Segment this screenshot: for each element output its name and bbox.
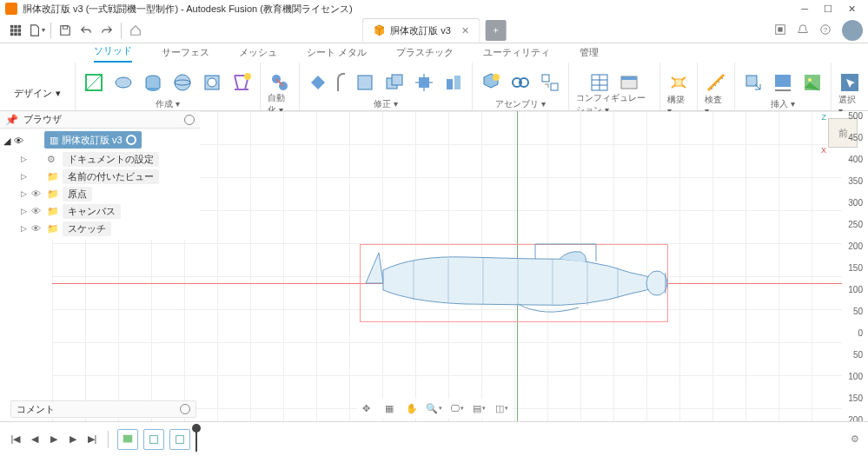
grid-settings-icon[interactable]: ▤ bbox=[472, 400, 487, 416]
notifications-icon[interactable] bbox=[797, 23, 809, 37]
activate-radio[interactable] bbox=[126, 135, 136, 145]
expand-icon[interactable]: ▷ bbox=[19, 172, 28, 181]
config-theme-icon[interactable] bbox=[618, 71, 640, 94]
minimize-button[interactable]: ─ bbox=[801, 3, 808, 15]
close-button[interactable]: ✕ bbox=[848, 3, 856, 15]
redo-icon[interactable] bbox=[96, 20, 117, 41]
component-icon[interactable] bbox=[480, 71, 502, 94]
display-icon[interactable]: 🖵 bbox=[449, 400, 465, 416]
revolve-icon[interactable] bbox=[171, 71, 194, 94]
help-icon[interactable]: ? bbox=[819, 23, 832, 37]
tree-item[interactable]: ▷👁📁キャンバス bbox=[0, 202, 200, 220]
pan-icon[interactable]: ✋ bbox=[404, 400, 420, 416]
group-label-modify[interactable]: 修正 ▾ bbox=[374, 98, 398, 110]
ribbon-tab-sheetmetal[interactable]: シート メタル bbox=[307, 46, 367, 63]
svg-rect-0 bbox=[10, 24, 14, 28]
timeline-playhead[interactable] bbox=[195, 427, 197, 452]
ribbon-tab-solid[interactable]: ソリッド bbox=[94, 44, 132, 63]
insert-derive-icon[interactable] bbox=[742, 71, 765, 94]
save-icon[interactable] bbox=[55, 20, 76, 41]
visibility-icon[interactable]: 👁 bbox=[31, 223, 43, 234]
select-icon[interactable] bbox=[838, 71, 861, 94]
tree-collapse-icon[interactable]: ◢ bbox=[3, 135, 10, 147]
group-label-assembly[interactable]: アセンブリ ▾ bbox=[495, 98, 546, 110]
comments-bar[interactable]: コメント bbox=[10, 400, 196, 418]
new-tab-button[interactable]: ＋ bbox=[486, 20, 507, 41]
loft-icon[interactable] bbox=[230, 71, 253, 94]
lookAt-icon[interactable]: ▦ bbox=[381, 400, 397, 416]
ribbon-tab-mesh[interactable]: メッシュ bbox=[239, 46, 277, 63]
comment-options-icon[interactable] bbox=[180, 404, 190, 414]
timeline-feature-1[interactable] bbox=[117, 429, 138, 450]
timeline-prev-icon[interactable]: ◀ bbox=[28, 433, 42, 446]
tab-close-icon[interactable]: ✕ bbox=[461, 25, 469, 36]
svg-rect-8 bbox=[18, 32, 22, 36]
maximize-button[interactable]: ☐ bbox=[824, 3, 832, 15]
viewport-layout-icon[interactable]: ◫ bbox=[494, 400, 510, 416]
timeline-start-icon[interactable]: |◀ bbox=[9, 433, 23, 446]
pin-icon[interactable]: 📌 bbox=[5, 114, 18, 126]
file-menu-icon[interactable]: ▾ bbox=[26, 20, 47, 41]
timeline-feature-3[interactable] bbox=[169, 429, 190, 450]
tree-item[interactable]: ▷📁名前の付いたビュー bbox=[0, 168, 200, 185]
aircraft-sketch bbox=[361, 240, 670, 327]
timeline-settings-icon[interactable]: ⚙ bbox=[851, 433, 859, 445]
tree-item[interactable]: ▷👁📁スケッチ bbox=[0, 220, 200, 237]
config-table-icon[interactable] bbox=[588, 71, 611, 94]
presspull-icon[interactable] bbox=[307, 71, 329, 94]
design-workspace-button[interactable]: デザイン ▾ bbox=[7, 66, 68, 100]
measure-icon[interactable] bbox=[705, 71, 727, 94]
zoom-icon[interactable]: 🔍 bbox=[427, 400, 442, 416]
timeline-next-icon[interactable]: ▶ bbox=[66, 433, 80, 446]
fillet-icon[interactable] bbox=[336, 71, 347, 94]
visibility-icon[interactable]: 👁 bbox=[14, 135, 23, 146]
user-avatar[interactable] bbox=[842, 20, 863, 41]
apps-grid-icon[interactable] bbox=[5, 20, 26, 41]
sketch-icon[interactable] bbox=[83, 71, 105, 94]
ribbon-tab-surface[interactable]: サーフェス bbox=[162, 46, 209, 63]
group-label-insert[interactable]: 挿入 ▾ bbox=[771, 98, 795, 110]
construct-plane-icon[interactable] bbox=[667, 71, 690, 94]
create-form-icon[interactable] bbox=[112, 71, 135, 94]
document-tab[interactable]: 胴体改訂版 v3 ✕ bbox=[361, 18, 480, 43]
expand-icon[interactable]: ▷ bbox=[19, 224, 28, 233]
item-icon: 📁 bbox=[47, 171, 59, 182]
expand-icon[interactable]: ▷ bbox=[19, 155, 28, 163]
timeline-play-icon[interactable]: ▶ bbox=[47, 433, 61, 446]
move-icon[interactable] bbox=[413, 71, 435, 94]
ribbon-tab-utility[interactable]: ユーティリティ bbox=[483, 46, 550, 63]
visibility-icon[interactable]: 👁 bbox=[31, 188, 43, 199]
expand-icon[interactable]: ▷ bbox=[19, 189, 28, 198]
insert-decal-icon[interactable] bbox=[772, 71, 794, 94]
group-label-auto[interactable]: 自動化 ▾ bbox=[268, 98, 292, 110]
joint-icon[interactable] bbox=[509, 71, 532, 94]
orbit-icon[interactable]: ✥ bbox=[359, 400, 374, 416]
group-label-construct[interactable]: 構築 ▾ bbox=[667, 98, 690, 110]
undo-icon[interactable] bbox=[76, 20, 96, 41]
extensions-icon[interactable] bbox=[774, 23, 786, 37]
tree-item[interactable]: ▷⚙ドキュメントの設定 bbox=[0, 150, 200, 168]
group-label-create[interactable]: 作成 ▾ bbox=[156, 98, 180, 110]
sweep-icon[interactable] bbox=[201, 71, 223, 94]
timeline-feature-2[interactable] bbox=[143, 429, 164, 450]
ribbon-tab-plastic[interactable]: プラスチック bbox=[396, 46, 454, 63]
align-icon[interactable] bbox=[442, 71, 465, 94]
tree-root[interactable]: ▥ 胴体改訂版 v3 bbox=[44, 131, 142, 149]
insert-canvas-icon[interactable] bbox=[801, 71, 824, 94]
group-label-config[interactable]: コンフィギュレーション ▾ bbox=[576, 98, 653, 110]
group-label-select[interactable]: 選択 ▾ bbox=[838, 98, 861, 110]
combine-icon[interactable] bbox=[383, 71, 406, 94]
shell-icon[interactable] bbox=[354, 71, 376, 94]
tree-item[interactable]: ▷👁📁原点 bbox=[0, 185, 200, 202]
group-label-inspect[interactable]: 検査 ▾ bbox=[705, 98, 727, 110]
automate-icon[interactable] bbox=[268, 71, 291, 94]
browser-options-icon[interactable] bbox=[184, 115, 195, 125]
home-icon[interactable] bbox=[125, 20, 146, 41]
joint-origin-icon[interactable] bbox=[539, 71, 561, 94]
timeline-end-icon[interactable]: ▶| bbox=[85, 433, 99, 446]
expand-icon[interactable]: ▷ bbox=[19, 207, 28, 215]
browser-title: ブラウザ bbox=[23, 113, 184, 126]
ribbon-tab-manage[interactable]: 管理 bbox=[580, 46, 599, 63]
extrude-icon[interactable] bbox=[142, 71, 164, 94]
visibility-icon[interactable]: 👁 bbox=[31, 206, 43, 216]
